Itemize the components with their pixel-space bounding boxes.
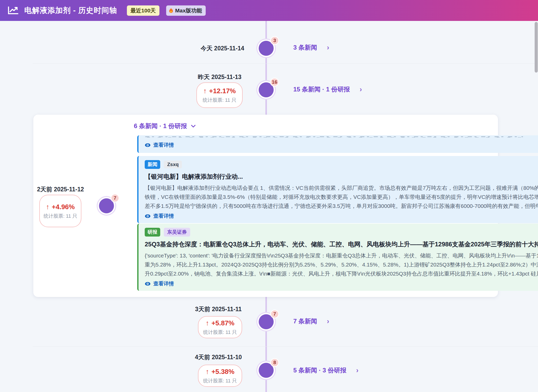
stocks-count: 统计股票: 11 只 (43, 213, 77, 219)
change-row: ↑ +5.87% (206, 319, 234, 327)
app-window: 电解液添加剂 - 历史时间轴 最近100天 Max版功能 今天 2025-11-… (0, 0, 538, 392)
stocks-count: 统计股票: 11 只 (203, 329, 237, 335)
page-title: 电解液添加剂 - 历史时间轴 (24, 5, 117, 16)
type-tag-news: 新闻 (145, 160, 160, 169)
summary-link-today[interactable]: 3 条新闻 › (293, 43, 329, 52)
count-badge: 3 (270, 36, 279, 45)
summary-link-3d[interactable]: 7 条新闻 › (293, 317, 329, 325)
row-divider (33, 64, 538, 64)
timeline-node-3d[interactable]: 7 (256, 312, 276, 332)
body-line: 【银河电新】电解液添加剂行业动态电话会要点 1、供需情况：VC当前供需很紧，头部… (145, 183, 534, 192)
count-badge: 16 (270, 78, 279, 87)
date-label-4d: 4天前 2025-11-10 (178, 353, 258, 361)
eye-icon (145, 214, 151, 218)
fire-icon (169, 7, 173, 13)
change-percent: +4.96% (52, 203, 75, 211)
change-bubble-3d: ↑ +5.87% 统计股票: 11 只 (198, 316, 242, 338)
app-header: 电解液添加剂 - 历史时间轴 最近100天 Max版功能 (0, 0, 538, 21)
date-label-yesterday: 昨天 2025-11-13 (181, 73, 258, 81)
news-card-partial: 查看详情 (137, 135, 538, 153)
change-bubble-2d: ↑ +4.96% 统计股票: 11 只 (39, 195, 81, 227)
chevron-right-icon: › (360, 85, 362, 93)
summary-link-yesterday[interactable]: 15 条新闻 · 1 份研报 › (293, 85, 362, 93)
summary-link-4d[interactable]: 5 条新闻 · 3 份研报 › (293, 366, 358, 374)
date-label-3d: 3天前 2025-11-11 (178, 305, 258, 313)
view-detail-link[interactable]: 查看详情 (145, 142, 174, 148)
news-title: 【银河电新】电解液添加剂行业动... (145, 173, 534, 181)
body-line: 升0.29pct至2.00%，钠电池、复合集流体上涨。\r\n■新能源：光伏、风… (145, 269, 534, 278)
body-line: {'sourceType': 13, 'content': '电力设备行业深度报… (145, 251, 534, 260)
date-label-2d: 2天前 2025-11-12 (29, 185, 91, 193)
up-arrow-icon: ↑ (203, 87, 207, 95)
view-detail-link[interactable]: 查看详情 (145, 280, 174, 287)
date-label-today: 今天 2025-11-14 (141, 44, 244, 52)
report-body: {'sourceType': 13, 'content': '电力设备行业深度报… (145, 251, 534, 278)
type-tag-report: 研报 (145, 228, 160, 237)
chevron-down-icon (191, 125, 196, 128)
eye-icon (145, 143, 151, 147)
change-bubble-4d: ↑ +5.38% 统计股票: 11 只 (198, 365, 242, 387)
count-badge: 8 (270, 358, 279, 367)
stocks-count: 统计股票: 11 只 (203, 378, 237, 384)
timeline-node-2d[interactable]: 7 (97, 196, 116, 216)
change-bubble-yesterday: ↑ +12.17% 统计股票: 11 只 (196, 82, 243, 108)
max-feature-badge: Max版功能 (166, 5, 206, 16)
change-percent: +12.17% (209, 87, 236, 95)
chevron-right-icon: › (327, 317, 329, 325)
change-percent: +5.87% (211, 319, 234, 327)
news-body: 【银河电新】电解液添加剂行业动态电话会要点 1、供需情况：VC当前供需很紧，头部… (145, 183, 534, 210)
expanded-summary-toggle[interactable]: 6 条新闻 · 1 份研报 (134, 122, 196, 130)
report-title: 25Q3基金持仓深度：电新重仓Q3总体上升，电动车、光伏、储能、工控、电网、风电… (145, 240, 534, 248)
view-detail-link[interactable]: 查看详情 (145, 213, 174, 219)
source-badge: 东吴证券 (164, 228, 190, 237)
line-chart-icon (7, 5, 19, 16)
change-row: ↑ +5.38% (206, 368, 234, 376)
timeline-node-today[interactable]: 3 (256, 38, 276, 58)
eye-icon (145, 282, 151, 286)
stocks-count: 统计股票: 11 只 (203, 97, 236, 103)
chevron-right-icon: › (356, 366, 358, 374)
timeline-node-yesterday[interactable]: 16 (256, 80, 276, 100)
date-range-badge: 最近100天 (127, 5, 159, 16)
clipped-text-strip (145, 136, 523, 138)
up-arrow-icon: ↑ (206, 368, 209, 376)
body-line: 铁锂，VC在铁锂里面的添加量是3.5%-6%（特别是储能，对循环充放电次数要求更… (145, 192, 534, 201)
body-line: 重为5.28%，环比上升1.13pct。2024Q3-2025Q3持仓比例分别为… (145, 260, 534, 269)
chevron-right-icon: › (327, 44, 329, 52)
body-line: 差不多1.5万吨是给宁德保供的，只有5000吨在市场进行流通，宁德也还要外采3.… (145, 201, 534, 210)
up-arrow-icon: ↑ (46, 203, 50, 211)
tag-row: 新闻 Zsxq (145, 160, 534, 169)
tag-row: 研报 东吴证券 (145, 228, 534, 237)
change-row: ↑ +12.17% (203, 87, 236, 95)
vertical-scrollbar-thumb[interactable] (535, 22, 538, 73)
source-badge: Zsxq (164, 161, 182, 168)
row-divider (33, 346, 538, 347)
count-badge: 7 (111, 194, 119, 202)
news-card: 新闻 Zsxq 【银河电新】电解液添加剂行业动... 【银河电新】电解液添加剂行… (137, 156, 538, 223)
timeline-node-4d[interactable]: 8 (256, 360, 276, 380)
count-badge: 7 (270, 310, 279, 318)
report-card: 研报 东吴证券 25Q3基金持仓深度：电新重仓Q3总体上升，电动车、光伏、储能、… (137, 224, 538, 291)
up-arrow-icon: ↑ (206, 319, 209, 327)
change-percent: +5.38% (211, 368, 234, 376)
change-row: ↑ +4.96% (46, 203, 75, 211)
